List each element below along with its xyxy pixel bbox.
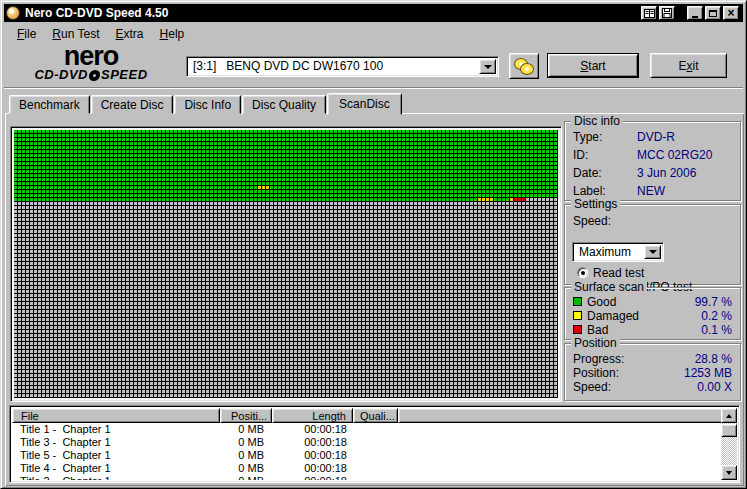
drive-select-dropdown-button[interactable]: [479, 59, 496, 74]
table-cell: [353, 423, 398, 436]
nero-logo: nero CD-DVD SPEED: [15, 45, 167, 82]
table-cell: 0 MB: [220, 436, 272, 449]
file-list-rows: Title 1 - Chapter 10 MB00:00:18Title 3 -…: [12, 423, 721, 480]
surface-scan-group: Surface scan Good99.7 % Damaged0.2 % Bad…: [564, 287, 741, 340]
table-cell: [353, 436, 398, 449]
minimize-button[interactable]: [687, 6, 703, 20]
settings-title: Settings: [571, 197, 620, 211]
settings-group: Settings Speed: Maximum Read test C1/C2 …: [564, 204, 741, 285]
file-list-scrollbar[interactable]: [721, 408, 737, 480]
minimize-icon: [692, 16, 698, 18]
bad-value: 0.1 %: [701, 323, 732, 337]
position-value: 1253 MB: [684, 366, 732, 380]
title-bar: Nero CD-DVD Speed 4.50: [4, 4, 743, 22]
tab-benchmark[interactable]: Benchmark: [9, 95, 90, 114]
table-cell: Title 1 - Chapter 1: [12, 423, 220, 436]
drive-select-value: [3:1] BENQ DVD DC DW1670 100: [193, 57, 478, 76]
disc-icon: [520, 63, 534, 75]
tab-create-disc[interactable]: Create Disc: [91, 95, 174, 114]
cd-dvd-speed-wordmark: CD-DVD SPEED: [15, 68, 167, 82]
disc-label-label: Label:: [573, 184, 606, 198]
book-icon: [644, 9, 655, 18]
drive-select[interactable]: [3:1] BENQ DVD DC DW1670 100: [186, 56, 499, 77]
tab-disc-quality[interactable]: Disc Quality: [242, 95, 326, 114]
surface-scan-title: Surface scan: [571, 280, 647, 294]
table-cell: 0 MB: [220, 449, 272, 462]
column-header-file[interactable]: File: [12, 408, 220, 423]
disc-type-value: DVD-R: [637, 130, 675, 144]
speed-value: 0.00 X: [697, 380, 732, 394]
tab-bar: Benchmark Create Disc Disc Info Disc Qua…: [9, 92, 403, 114]
column-header-position[interactable]: Positi...: [220, 408, 272, 423]
read-test-radio[interactable]: Read test: [577, 266, 644, 279]
save-button[interactable]: [659, 6, 675, 20]
exit-button[interactable]: Exit: [650, 53, 727, 78]
table-cell: [353, 449, 398, 462]
table-cell: 0 MB: [220, 423, 272, 436]
table-row[interactable]: Title 1 - Chapter 10 MB00:00:18: [12, 423, 721, 436]
window-title: Nero CD-DVD Speed 4.50: [25, 6, 168, 20]
chevron-down-icon: [484, 65, 492, 69]
speed-select-value: Maximum: [579, 243, 643, 261]
scroll-up-button[interactable]: [721, 408, 737, 423]
disc-id-value: MCC 02RG20: [637, 148, 712, 162]
nero-disc-icon: [6, 6, 20, 20]
start-button[interactable]: Start: [547, 53, 639, 78]
tab-scandisc[interactable]: ScanDisc: [327, 93, 402, 115]
damaged-value: 0.2 %: [701, 309, 732, 323]
scroll-down-button[interactable]: [721, 465, 737, 480]
radio-icon: [577, 267, 588, 278]
table-cell: 00:00:18: [272, 449, 353, 462]
scan-grid-panel: [10, 126, 562, 402]
menu-extra[interactable]: Extra: [108, 25, 152, 43]
good-value: 99.7 %: [695, 295, 732, 309]
column-header-filler: [398, 408, 737, 423]
maximize-icon: [709, 10, 717, 17]
arrow-up-icon: [726, 414, 732, 418]
disc-label-value: NEW: [637, 184, 665, 198]
scroll-thumb[interactable]: [721, 424, 737, 437]
maximize-button[interactable]: [705, 6, 721, 20]
eject-discs-button[interactable]: [509, 53, 539, 79]
speed-select[interactable]: Maximum: [572, 242, 664, 262]
disc-date-value: 3 Jun 2006: [637, 166, 696, 180]
position-group: Position Progress:28.8 % Position:1253 M…: [564, 343, 741, 401]
table-cell: Title 2 - Chapter 1: [12, 475, 220, 480]
menu-run-test[interactable]: Run Test: [44, 25, 107, 43]
table-cell: 00:00:18: [272, 436, 353, 449]
menu-file[interactable]: File: [9, 25, 44, 43]
speed-row-label: Speed:: [573, 380, 611, 394]
speed-select-dropdown-button[interactable]: [644, 245, 661, 259]
table-row[interactable]: Title 4 - Chapter 10 MB00:00:18: [12, 462, 721, 475]
toolbar-separator: [4, 87, 743, 89]
arrow-down-icon: [726, 471, 732, 475]
good-swatch-icon: [573, 297, 582, 306]
disc-type-label: Type:: [573, 130, 602, 144]
disc-info-group: Disc info Type:DVD-R ID:MCC 02RG20 Date:…: [564, 121, 741, 201]
close-icon: ×: [727, 8, 734, 18]
table-cell: 00:00:18: [272, 462, 353, 475]
menu-help[interactable]: Help: [152, 25, 193, 43]
column-header-length[interactable]: Length: [272, 408, 353, 423]
tab-disc-info[interactable]: Disc Info: [174, 95, 241, 114]
table-row[interactable]: Title 5 - Chapter 10 MB00:00:18: [12, 449, 721, 462]
floppy-icon: [662, 8, 672, 18]
column-header-quality[interactable]: Quali...: [353, 408, 398, 423]
close-button[interactable]: ×: [723, 6, 739, 20]
scan-grid-canvas: [14, 130, 558, 398]
table-cell: [353, 475, 398, 480]
disc-id-label: ID:: [573, 148, 588, 162]
disc-info-title: Disc info: [571, 114, 623, 128]
app-window: Nero CD-DVD Speed 4.50: [0, 0, 747, 489]
table-cell: Title 3 - Chapter 1: [12, 436, 220, 449]
position-label: Position:: [573, 366, 619, 380]
table-row[interactable]: Title 2 - Chapter 10 MB00:00:18: [12, 475, 721, 480]
table-row[interactable]: Title 3 - Chapter 10 MB00:00:18: [12, 436, 721, 449]
file-list-header: File Positi... Length Quali...: [12, 408, 737, 423]
table-cell: 00:00:18: [272, 475, 353, 480]
table-cell: 0 MB: [220, 475, 272, 480]
position-title: Position: [571, 336, 620, 350]
report-book-button[interactable]: [641, 6, 657, 20]
caption-buttons: ×: [641, 6, 743, 20]
file-list: File Positi... Length Quali... Title 1 -…: [9, 405, 740, 483]
